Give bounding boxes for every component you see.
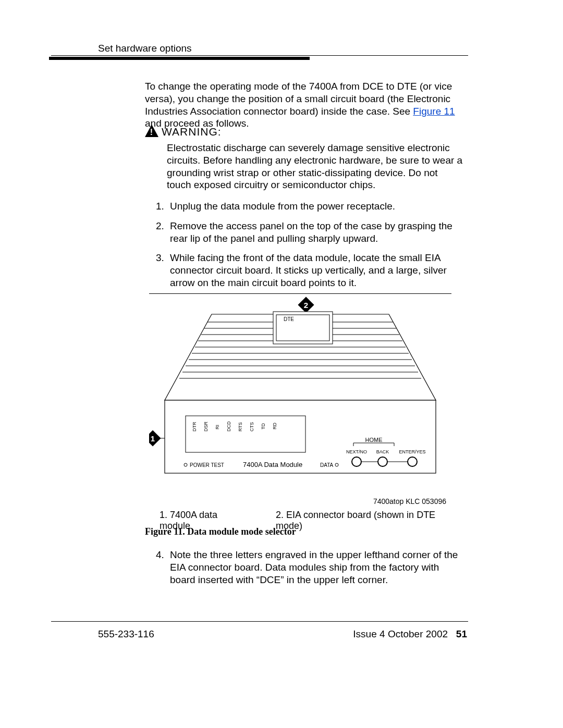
svg-text:BACK: BACK	[376, 449, 389, 454]
svg-text:DSR: DSR	[203, 421, 209, 431]
svg-text:RTS: RTS	[238, 422, 243, 431]
footer-rule	[51, 621, 468, 622]
figure-caption: Figure 11. Data module mode selector	[145, 526, 296, 537]
steps-list: Unplug the data module from the power re…	[157, 200, 463, 297]
image-code: 7400atop KLC 053096	[149, 497, 451, 505]
warning-heading: ! WARNING:	[145, 125, 463, 140]
svg-text:7400A Data Module: 7400A Data Module	[243, 461, 302, 468]
svg-point-37	[408, 457, 417, 466]
intro-text-before: To change the operating mode of the 7400…	[145, 81, 452, 117]
warning-label: WARNING:	[162, 126, 222, 138]
footer-issue-text: Issue 4 October 2002	[353, 628, 448, 639]
svg-text:POWER TEST: POWER TEST	[190, 462, 224, 468]
step-4-block: Note the three letters engraved in the u…	[157, 549, 463, 586]
svg-rect-21	[186, 416, 305, 452]
warning-block: ! WARNING: Electrostatic discharge can s…	[145, 125, 463, 191]
callout-2-number: 2	[304, 301, 308, 310]
board-label: DTE	[284, 316, 294, 322]
figure-link[interactable]: Figure 11	[413, 106, 455, 117]
svg-text:TD: TD	[261, 423, 266, 429]
step-3: While facing the front of the data modul…	[167, 252, 463, 289]
section-title: Set hardware options	[98, 43, 463, 54]
callout-2-marker: 2	[298, 297, 314, 313]
svg-point-36	[378, 457, 387, 466]
warning-body: Electrostatic discharge can severely dam…	[167, 142, 463, 191]
warning-icon: !	[145, 125, 158, 140]
svg-text:RD: RD	[272, 423, 277, 429]
step-2: Remove the access panel on the top of th…	[167, 220, 463, 245]
svg-text:RI: RI	[215, 425, 220, 429]
svg-text:DTR: DTR	[192, 422, 197, 431]
callout-1-marker: 1	[149, 430, 165, 446]
intro-paragraph: To change the operating mode of the 7400…	[145, 80, 463, 130]
svg-text:HOME: HOME	[365, 437, 383, 443]
footer-doc-number: 555-233-116	[98, 628, 154, 640]
legend-2: 2. EIA connector board (shown in DTE mod…	[276, 510, 451, 532]
svg-text:DCD: DCD	[226, 421, 231, 431]
svg-text:!: !	[150, 128, 153, 137]
step-1: Unplug the data module from the power re…	[167, 200, 463, 213]
header-rule-thin	[51, 55, 468, 56]
svg-text:DATA: DATA	[320, 462, 334, 468]
footer-issue: Issue 4 October 2002 51	[353, 628, 467, 640]
svg-text:CTS: CTS	[249, 422, 254, 431]
figure-11: 2 DTE	[149, 293, 451, 532]
svg-text:1: 1	[151, 434, 155, 443]
svg-text:ENTER/YES: ENTER/YES	[399, 449, 425, 454]
svg-text:NEXT/NO: NEXT/NO	[346, 449, 367, 454]
device-diagram: 2 DTE	[149, 296, 451, 494]
footer-page-number: 51	[456, 628, 467, 639]
svg-point-35	[352, 457, 361, 466]
figure-top-rule	[149, 293, 451, 294]
step-4: Note the three letters engraved in the u…	[167, 549, 463, 586]
header-rule-thick	[49, 57, 310, 60]
